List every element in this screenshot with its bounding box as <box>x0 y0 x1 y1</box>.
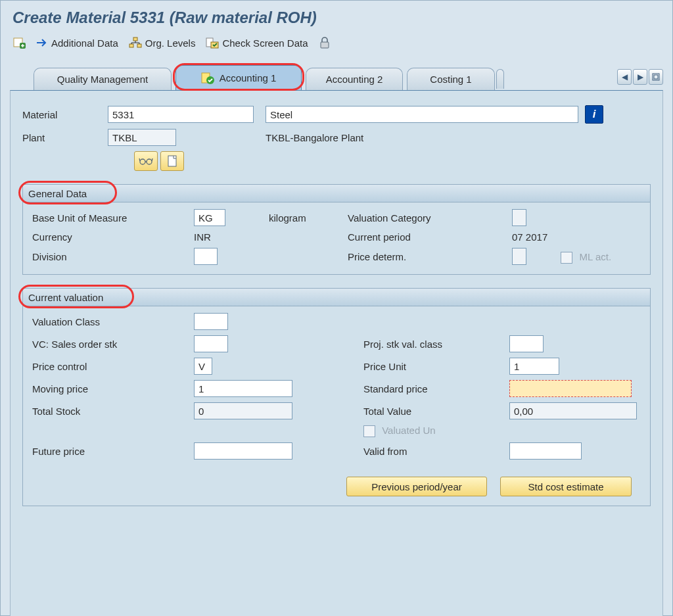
svg-point-13 <box>147 159 152 164</box>
material-field[interactable] <box>108 106 254 123</box>
total-stock-field <box>194 402 292 419</box>
check-screen-data-button[interactable]: Check Screen Data <box>206 37 308 49</box>
plant-field <box>108 129 176 146</box>
tab-accounting-2[interactable]: Accounting 2 <box>306 68 403 90</box>
plant-label: Plant <box>22 132 108 143</box>
buom-field[interactable] <box>194 209 225 226</box>
glasses-icon <box>139 156 153 166</box>
lock-button[interactable] <box>319 36 331 49</box>
info-button[interactable]: i <box>585 105 603 124</box>
future-price-field[interactable] <box>194 442 292 460</box>
valuation-category-field <box>512 209 526 226</box>
tab-list-all-button[interactable] <box>649 69 663 85</box>
price-determ-label: Price determ. <box>348 251 512 262</box>
tab-scroll-left-button[interactable]: ◀ <box>617 69 632 85</box>
total-stock-label: Total Stock <box>32 406 194 417</box>
svg-rect-11 <box>654 75 658 79</box>
standard-price-label: Standard price <box>363 383 509 394</box>
material-description-field[interactable] <box>266 106 578 123</box>
additional-data-label: Additional Data <box>51 37 118 49</box>
info-icon: i <box>593 108 596 121</box>
svg-rect-4 <box>137 44 141 47</box>
display-button[interactable] <box>134 151 158 171</box>
price-unit-label: Price Unit <box>363 361 509 372</box>
check-sheet-icon <box>201 72 214 84</box>
valuation-class-label: Valuation Class <box>32 316 194 327</box>
tab-panel: Material i Plant TKBL-Bangalore Plant <box>10 90 663 616</box>
future-price-label: Future price <box>32 446 194 457</box>
valuation-class-field[interactable] <box>194 313 228 330</box>
org-levels-label: Org. Levels <box>145 37 196 49</box>
svg-rect-3 <box>129 44 133 47</box>
valuated-un-checkbox <box>363 425 375 437</box>
svg-rect-7 <box>321 42 329 48</box>
svg-rect-14 <box>168 156 176 166</box>
arrow-right-icon <box>36 38 48 47</box>
valid-from-label: Valid from <box>363 446 509 457</box>
tab-costing-1[interactable]: Costing 1 <box>407 68 495 90</box>
price-control-field[interactable] <box>194 358 212 375</box>
division-label: Division <box>32 251 194 262</box>
tab-scroll-right-button[interactable]: ▶ <box>633 69 647 85</box>
valid-from-field[interactable] <box>509 442 582 460</box>
new-with-plus-icon <box>12 36 26 49</box>
svg-point-12 <box>140 159 145 164</box>
std-cost-estimate-button[interactable]: Std cost estimate <box>500 477 632 496</box>
tab-overflow-indicator <box>496 69 504 89</box>
toolbar: Additional Data Org. Levels Check Screen… <box>1 36 672 56</box>
valuated-un-label: Valuated Un <box>382 425 435 436</box>
hierarchy-icon <box>129 37 142 49</box>
previous-period-button[interactable]: Previous period/year <box>346 477 487 496</box>
check-screen-data-label: Check Screen Data <box>222 37 308 49</box>
moving-price-label: Moving price <box>32 383 194 394</box>
triangle-left-icon: ◀ <box>622 72 628 82</box>
general-data-header: General Data <box>22 184 651 202</box>
currency-label: Currency <box>32 231 194 243</box>
tab-list-icon <box>652 73 660 81</box>
vc-sales-label: VC: Sales order stk <box>32 339 194 350</box>
current-period-label: Current period <box>348 231 512 243</box>
tab-quality-management[interactable]: Quality Management <box>34 68 172 90</box>
tabstrip: Quality Management Accounting 1 Accounti… <box>10 65 663 90</box>
plant-description-text: TKBL-Bangalore Plant <box>266 132 363 143</box>
current-valuation-header: Current valuation <box>22 288 651 306</box>
new-material-button[interactable] <box>12 36 26 49</box>
price-control-label: Price control <box>32 361 194 372</box>
additional-data-button[interactable]: Additional Data <box>36 37 118 49</box>
triangle-right-icon: ▶ <box>638 72 643 82</box>
valuation-category-label: Valuation Category <box>348 212 512 224</box>
ml-act-label: ML act. <box>580 251 612 262</box>
price-unit-field[interactable] <box>509 358 559 375</box>
current-period-value: 07 2017 <box>512 231 643 243</box>
division-field[interactable] <box>194 248 218 265</box>
vc-sales-field[interactable] <box>194 335 228 352</box>
document-icon <box>167 155 177 167</box>
svg-rect-2 <box>133 37 137 41</box>
price-determ-field <box>512 248 526 265</box>
total-value-label: Total Value <box>363 406 509 417</box>
lock-icon <box>319 36 331 49</box>
total-value-field <box>509 402 637 419</box>
check-data-icon <box>206 37 219 49</box>
material-label: Material <box>22 109 108 120</box>
standard-price-field[interactable] <box>509 380 632 397</box>
create-document-button[interactable] <box>160 151 184 171</box>
currency-value: INR <box>194 231 269 243</box>
proj-stk-label: Proj. stk val. class <box>363 339 509 350</box>
ml-act-checkbox <box>561 252 572 264</box>
proj-stk-field[interactable] <box>509 335 544 352</box>
buom-label: Base Unit of Measure <box>32 212 194 224</box>
org-levels-button[interactable]: Org. Levels <box>129 37 196 49</box>
tab-accounting-1[interactable]: Accounting 1 <box>175 65 302 90</box>
moving-price-field[interactable] <box>194 380 292 397</box>
page-title: Create Material 5331 (Raw material ROH) <box>1 1 672 36</box>
buom-text: kilogram <box>269 212 348 224</box>
